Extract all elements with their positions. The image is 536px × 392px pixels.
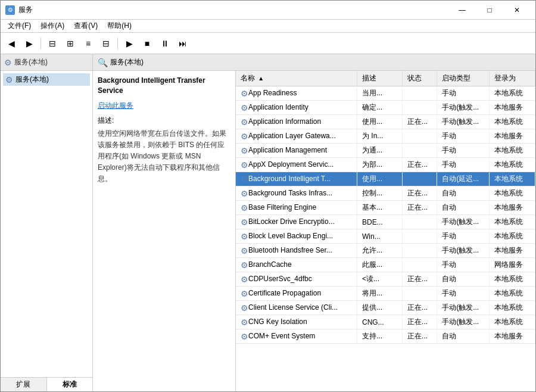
cell-status	[403, 86, 437, 101]
back-button[interactable]: ◀	[3, 36, 20, 51]
cell-desc: 当用...	[357, 86, 403, 101]
sidebar-header-label: 服务(本地)	[14, 57, 48, 67]
table-row[interactable]: ⚙Client License Service (Cli...提供...正在..…	[236, 301, 535, 315]
table-row[interactable]: ⚙Block Level Backup Engi...Win...手动本地系统	[236, 229, 535, 244]
tree-item-local-services[interactable]: ⚙ 服务(本地)	[3, 73, 90, 86]
cell-startup: 自动	[437, 201, 489, 215]
stop-button[interactable]: ■	[139, 36, 155, 51]
cell-login: 本地系统	[489, 115, 535, 129]
cell-login: 本地服务	[489, 101, 535, 115]
cell-service-name: ⚙Application Layer Gatewa...	[236, 129, 357, 144]
table-row[interactable]: ⚙BranchCache此服...手动网络服务	[236, 258, 535, 272]
cell-service-name: ⚙COM+ Event System	[236, 329, 357, 344]
table-row[interactable]: ⚙Application Information使用...正在...手动(触发.…	[236, 115, 535, 129]
table-row[interactable]: ⚙AppX Deployment Servic...为部...正在...手动本地…	[236, 158, 535, 172]
title-bar: ⚙ 服务 — □ ✕	[1, 1, 535, 20]
app-icon: ⚙	[5, 5, 15, 15]
cell-desc: 使用...	[357, 172, 403, 186]
maximize-button[interactable]: □	[476, 1, 503, 20]
tree-button[interactable]: ⊞	[62, 36, 79, 51]
tab-extend[interactable]: 扩展	[1, 378, 47, 391]
cell-login: 本地服务	[489, 129, 535, 144]
table-row[interactable]: ⚙Application Identity确定...手动(触发...本地服务	[236, 101, 535, 115]
col-header-name[interactable]: 名称 ▲	[236, 71, 357, 86]
step-button[interactable]: ⏭	[174, 36, 191, 51]
table-row[interactable]: ⚙CNG Key IsolationCNG...正在...手动(触发...本地系…	[236, 315, 535, 329]
service-icon: ⚙	[241, 160, 248, 170]
panel-body: Background Intelligent Transfer Service …	[93, 71, 535, 391]
cell-desc: 此服...	[357, 258, 403, 272]
menu-view[interactable]: 查看(V)	[69, 20, 102, 32]
tab-standard[interactable]: 标准	[47, 378, 93, 391]
table-row[interactable]: ⚙Certificate Propagation将用...手动本地系统	[236, 287, 535, 301]
detail-button[interactable]: ⊟	[98, 36, 114, 51]
menu-action[interactable]: 操作(A)	[36, 20, 69, 32]
col-header-desc[interactable]: 描述	[357, 71, 403, 86]
play-button[interactable]: ▶	[121, 36, 138, 51]
service-icon: ⚙	[241, 103, 248, 113]
sidebar-tabs: 扩展 标准	[1, 377, 92, 391]
table-row[interactable]: ⚙App Readiness当用...手动本地系统	[236, 86, 535, 101]
main-content: ⚙ 服务(本地) ⚙ 服务(本地) 扩展 标准 🔍 服务(本地)	[1, 54, 535, 391]
cell-startup: 手动	[437, 158, 489, 172]
cell-desc: 为部...	[357, 158, 403, 172]
table-row[interactable]: ⚙COM+ Event System支持...正在...自动本地服务	[236, 329, 535, 344]
cell-service-name: ⚙Background Tasks Infras...	[236, 186, 357, 201]
cell-status: 正在...	[403, 315, 437, 329]
minimize-button[interactable]: —	[448, 1, 476, 20]
forward-button[interactable]: ▶	[21, 36, 38, 51]
table-row[interactable]: ⚙CDPUserSvc_4dfbc<读...正在...自动本地系统	[236, 272, 535, 287]
panel-header-label: 服务(本地)	[110, 57, 144, 67]
menu-help[interactable]: 帮助(H)	[102, 20, 136, 32]
service-icon: ⚙	[241, 132, 248, 141]
table-row[interactable]: ⚙Base Filtering Engine基本...正在...自动本地服务	[236, 201, 535, 215]
cell-desc: 控制...	[357, 186, 403, 201]
pause-button[interactable]: ⏸	[157, 36, 173, 51]
col-header-status[interactable]: 状态	[403, 71, 437, 86]
col-header-login[interactable]: 登录为	[489, 71, 535, 86]
cell-service-name: ⚙BranchCache	[236, 258, 357, 272]
cell-status	[403, 144, 437, 158]
cell-status	[403, 172, 437, 186]
cell-service-name: ⚙Client License Service (Cli...	[236, 301, 357, 315]
cell-login: 本地系统	[489, 144, 535, 158]
table-row[interactable]: ⚙Background Tasks Infras...控制...正在...自动本…	[236, 186, 535, 201]
desc-section: 描述: 使用空闲网络带宽在后台传送文件。如果该服务被禁用，则依赖于 BITS 的…	[98, 116, 230, 185]
cell-startup: 手动(触发...	[437, 301, 489, 315]
cell-startup: 手动(触发...	[437, 101, 489, 115]
service-icon: ⚙	[241, 275, 248, 284]
cell-status: 正在...	[403, 186, 437, 201]
cell-desc: Win...	[357, 229, 403, 244]
table-row[interactable]: ⚙BitLocker Drive Encryptio...BDE...手动(触发…	[236, 215, 535, 229]
table-row[interactable]: ⚙Bluetooth Handsfree Ser...允许...手动(触发...…	[236, 244, 535, 258]
sidebar-header: ⚙ 服务(本地)	[1, 54, 92, 71]
menu-file[interactable]: 文件(F)	[3, 20, 36, 32]
col-header-startup[interactable]: 启动类型	[437, 71, 489, 86]
cell-desc: 确定...	[357, 101, 403, 115]
list-button[interactable]: ≡	[80, 36, 96, 51]
start-service-link[interactable]: 启动此服务	[98, 101, 230, 111]
cell-startup: 手动	[437, 287, 489, 301]
table-row[interactable]: ⚙Application Layer Gatewa...为 In...手动本地服…	[236, 129, 535, 144]
cell-login: 本地服务	[489, 244, 535, 258]
services-tbody: ⚙App Readiness当用...手动本地系统⚙Application Id…	[236, 86, 535, 344]
cell-service-name: ⚙CDPUserSvc_4dfbc	[236, 272, 357, 287]
console-button[interactable]: ⊟	[44, 36, 61, 51]
cell-startup: 手动(触发...	[437, 315, 489, 329]
cell-login: 本地系统	[489, 186, 535, 201]
cell-desc: 支持...	[357, 329, 403, 344]
cell-status: 正在...	[403, 115, 437, 129]
table-row[interactable]: ⚙Application Management为通...手动本地系统	[236, 144, 535, 158]
sidebar: ⚙ 服务(本地) ⚙ 服务(本地) 扩展 标准	[1, 54, 93, 391]
cell-service-name: ⚙Application Management	[236, 144, 357, 158]
cell-login: 本地系统	[489, 215, 535, 229]
service-icon: ⚙	[241, 289, 248, 298]
table-row[interactable]: ⚙Background Intelligent T...使用...自动(延迟..…	[236, 172, 535, 186]
cell-desc: BDE...	[357, 215, 403, 229]
cell-status	[403, 244, 437, 258]
cell-service-name: ⚙App Readiness	[236, 86, 357, 101]
cell-startup: 手动(触发...	[437, 244, 489, 258]
close-button[interactable]: ✕	[503, 1, 531, 20]
cell-login: 本地系统	[489, 172, 535, 186]
cell-status: 正在...	[403, 272, 437, 287]
